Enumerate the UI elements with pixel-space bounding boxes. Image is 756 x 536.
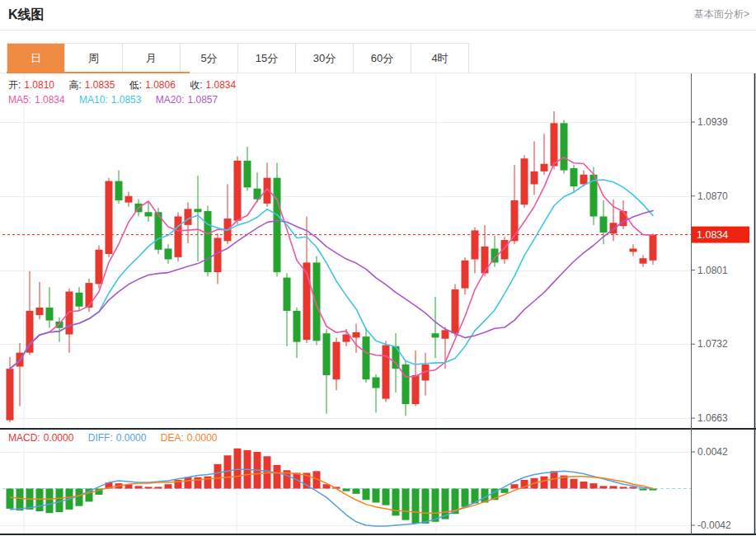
kline-app: { "page": { "title": "K线图", "analysis_li… [0,0,756,536]
svg-text:1.0732: 1.0732 [697,338,728,350]
fundamental-analysis-link[interactable]: 基本面分析> [694,7,749,21]
tab-bar: 日周月5分15分30分60分4时 [7,43,469,73]
header: K线图 基本面分析> [0,0,756,31]
ma5-label: MA5: [8,94,31,106]
ma10-label: MA10: [79,94,108,106]
svg-text:1.0801: 1.0801 [697,265,728,276]
diff-label: DIFF: [88,432,113,444]
ma-legend: MA5:1.0834 MA10:1.0853 MA20:1.0857 [8,94,221,106]
close-value: 1.0834 [206,79,237,91]
tab-4时[interactable]: 4时 [411,44,468,73]
svg-text:1.0939: 1.0939 [697,116,728,128]
svg-text:1.0663: 1.0663 [697,412,728,424]
open-value: 1.0810 [24,79,54,91]
high-value: 1.0835 [85,79,115,91]
tab-月[interactable]: 月 [123,44,181,73]
tab-15分[interactable]: 15分 [238,44,296,73]
low-label: 低: [129,79,142,91]
svg-text:0.0042: 0.0042 [697,446,728,458]
dea-value: 0.0000 [187,432,218,444]
tab-30分[interactable]: 30分 [296,44,354,73]
macd-legend: MACD:0.0000 DIFF:0.0000 DEA:0.0000 [8,432,220,444]
tab-5分[interactable]: 5分 [181,44,238,73]
close-label: 收: [190,79,202,91]
page-title: K线图 [8,7,45,24]
diff-value: 0.0000 [116,432,147,444]
ohlc-legend: 开:1.0810 高:1.0835 低:1.0806 收:1.0834 [8,78,239,92]
ma20-value: 1.0857 [187,94,218,106]
tab-60分[interactable]: 60分 [354,44,411,73]
macd-label: MACD: [8,432,40,444]
svg-text:1.0834: 1.0834 [697,229,728,241]
open-label: 开: [8,79,21,91]
current-price-tag: 1.0834 [692,227,749,243]
high-label: 高: [68,79,81,91]
ma10-value: 1.0853 [111,94,142,106]
ma20-label: MA20: [156,94,185,106]
low-value: 1.0806 [145,79,176,91]
svg-text:-0.0042: -0.0042 [697,520,731,531]
tab-active-underline [7,72,190,73]
dea-label: DEA: [161,432,184,444]
svg-text:1.0870: 1.0870 [697,190,728,202]
tab-日[interactable]: 日 [7,44,65,73]
ma5-value: 1.0834 [35,94,65,106]
tab-周[interactable]: 周 [65,44,123,73]
macd-value: 0.0000 [44,432,74,444]
